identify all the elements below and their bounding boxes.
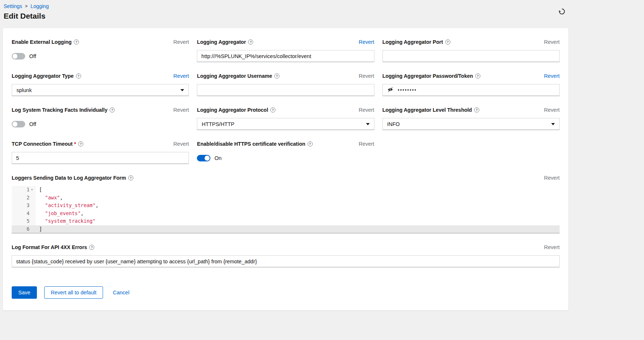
field-logging-aggregator-level-threshold: Logging Aggregator Level Threshold ? Rev… [382,106,560,130]
logging-settings-form: Enable External Logging ? Revert Off Log… [12,38,560,267]
field-https-certificate-verification: Enable/disable HTTPS certificate verific… [197,140,374,164]
field-label: Logging Aggregator Username [197,73,272,79]
revert-link[interactable]: Revert [174,73,189,79]
field-logging-aggregator-port: Logging Aggregator Port ? Revert [382,38,560,62]
help-icon[interactable]: ? [308,141,313,146]
cancel-button[interactable]: Cancel [111,287,131,298]
code-line: 3 "activity_stream", [12,202,560,210]
help-icon[interactable]: ? [248,39,253,45]
toggle-state-label: On [214,155,221,161]
help-icon[interactable]: ? [74,39,79,45]
breadcrumb-logging-link[interactable]: Logging [31,3,49,9]
field-label: Log System Tracking Facts Individually [12,107,107,113]
tcp-connection-timeout-input[interactable] [12,152,189,164]
field-enable-external-logging: Enable External Logging ? Revert Off [12,38,189,62]
revert-link[interactable]: Revert [544,73,560,79]
breadcrumb: Settings > Logging [4,3,635,9]
revert-link[interactable]: Revert [359,39,374,45]
fold-icon[interactable]: ▾ [30,186,34,194]
gutter: 6 [12,225,36,233]
field-label: Enable External Logging [12,39,72,45]
help-icon[interactable]: ? [445,39,450,45]
help-icon[interactable]: ? [110,107,115,112]
logging-aggregator-protocol-select[interactable]: HTTPS/HTTP [197,118,374,130]
field-label: Logging Aggregator Password/Token [382,73,473,79]
toggle-knob [205,156,210,161]
log-system-tracking-toggle[interactable] [12,121,25,127]
logging-aggregator-password-input[interactable]: •••••••• [382,84,560,96]
revert-all-button[interactable]: Revert all to default [44,286,103,299]
empty-grid-cell [382,140,560,164]
logging-aggregator-port-input[interactable] [382,50,560,62]
help-icon[interactable]: ? [475,73,480,79]
select-value: INFO [387,121,400,127]
gutter: 3 [12,202,36,210]
gutter: 2 [12,194,36,202]
enable-external-logging-toggle[interactable] [12,53,25,60]
gutter: 1▾ [12,186,36,194]
log-format-api-4xx-input[interactable] [12,255,560,267]
revert-link: Revert [544,244,560,250]
save-button[interactable]: Save [12,286,37,299]
revert-link: Revert [544,107,560,113]
revert-link: Revert [544,39,560,45]
form-actions: Save Revert all to default Cancel [12,286,560,299]
select-value: splunk [16,87,32,93]
history-button[interactable] [557,7,566,16]
breadcrumb-separator: > [25,4,28,9]
breadcrumb-settings-link[interactable]: Settings [4,3,22,9]
chevron-down-icon [366,123,370,125]
code-line: 5 "system_tracking" [12,217,560,225]
eye-slash-icon [387,87,393,93]
revert-link: Revert [174,39,189,45]
page-header: Settings > Logging Edit Details [0,0,644,20]
help-icon[interactable]: ? [128,175,133,180]
revert-link: Revert [174,107,189,113]
field-log-system-tracking: Log System Tracking Facts Individually ?… [12,106,189,130]
help-icon[interactable]: ? [76,73,81,79]
field-logging-aggregator-username: Logging Aggregator Username ? Revert [197,72,374,96]
chevron-down-icon [551,123,555,125]
select-value: HTTPS/HTTP [202,121,234,127]
revert-link: Revert [544,175,560,181]
gutter: 4 [12,210,36,218]
field-label: Log Format For API 4XX Errors [12,244,87,250]
code-line-active: 6 ] [12,225,560,233]
help-icon[interactable]: ? [89,245,94,250]
field-log-format-api-4xx: Log Format For API 4XX Errors ? Revert [12,244,560,267]
field-tcp-connection-timeout: TCP Connection Timeout * ? Revert [12,140,189,164]
code-line: 4 "job_events", [12,210,560,218]
field-logging-aggregator-protocol: Logging Aggregator Protocol ? Revert HTT… [197,106,374,130]
revert-link: Revert [359,107,374,113]
https-certificate-verification-toggle[interactable] [197,155,210,161]
help-icon[interactable]: ? [474,107,479,112]
password-masked-value: •••••••• [398,87,417,93]
field-label: Logging Aggregator [197,39,246,45]
loggers-code-editor[interactable]: 1▾ [ 2 "awx", 3 "activity_stream", 4 "jo… [12,186,560,233]
logging-aggregator-level-threshold-select[interactable]: INFO [382,118,560,130]
code-line: 2 "awx", [12,194,560,202]
field-label: Logging Aggregator Port [382,39,443,45]
logging-aggregator-type-select[interactable]: splunk [12,84,189,96]
field-label: Enable/disable HTTPS certificate verific… [197,141,305,147]
toggle-knob [12,122,18,127]
help-icon[interactable]: ? [274,73,279,79]
field-loggers-sending-data: Loggers Sending Data to Log Aggregator F… [12,174,560,233]
help-icon[interactable]: ? [78,141,83,146]
field-logging-aggregator-password: Logging Aggregator Password/Token ? Reve… [382,72,560,96]
gutter: 5 [12,217,36,225]
logging-aggregator-username-input[interactable] [197,84,374,96]
toggle-knob [12,54,18,59]
revert-link: Revert [359,73,374,79]
field-label: Logging Aggregator Type [12,73,74,79]
history-icon [558,10,565,16]
logging-aggregator-input[interactable] [197,50,374,62]
toggle-state-label: Off [29,53,36,59]
show-password-button[interactable] [387,87,393,93]
field-label: TCP Connection Timeout [12,141,73,147]
help-icon[interactable]: ? [270,107,275,112]
required-marker: * [74,141,76,147]
field-label: Logging Aggregator Level Threshold [382,107,472,113]
edit-details-card: Enable External Logging ? Revert Off Log… [3,28,568,310]
revert-link: Revert [359,141,374,147]
